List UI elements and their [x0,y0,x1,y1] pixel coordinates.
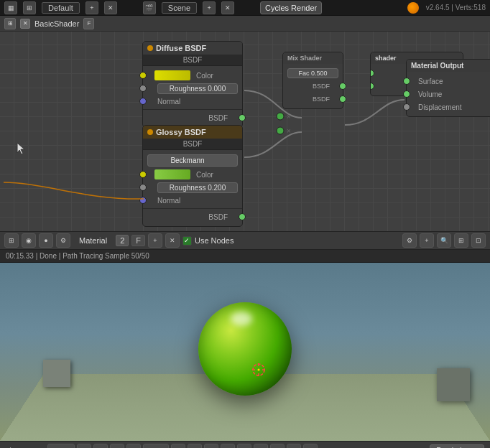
ne-icon-btn[interactable]: ⊞ [4,18,16,29]
glossy-bsdf-output-socket[interactable] [239,213,246,220]
workspace-close-btn[interactable]: ✕ [104,1,117,14]
glossy-normal-socket[interactable] [139,197,147,204]
mix-node-title: Mix Shader [287,55,322,62]
diffuse-normal-label: Normal [157,98,180,106]
ne-f-btn[interactable]: F [83,18,94,29]
diffuse-roughness-socket[interactable] [139,85,147,92]
diffuse-color-swatch[interactable] [154,70,190,80]
glossy-roughness-socket[interactable] [139,184,147,191]
mat-icon-btn-1[interactable]: ⊞ [4,233,19,248]
glossy-color-swatch[interactable] [154,169,190,179]
use-nodes-toggle[interactable]: ✓ Use Nodes [182,236,234,246]
node-editor-background [0,16,490,231]
material-f-btn[interactable]: F [131,235,145,246]
diffuse-color-socket[interactable] [139,72,147,79]
output-volume-label: Volume [418,90,442,98]
node-editor: ⊞ ✕ BasicShader F × × Diffuse BSDF BSDF [0,16,490,231]
ne-close-btn[interactable]: ✕ [20,19,30,29]
material-toolbar: ⊞ ◉ ● ⚙ Material 2 F + ✕ ✓ Use Nodes ⚙ +… [0,231,490,250]
bottom-icon6[interactable]: ⊡ [204,444,218,449]
mat-sphere-btn[interactable]: ● [39,233,53,248]
diffuse-bsdf-node: Diffuse BSDF BSDF Color Roughness 0.000 … [142,41,243,128]
diffuse-normal-socket[interactable] [139,98,147,105]
grid-icon[interactable]: ▦ [4,1,17,14]
scene-close-btn[interactable]: ✕ [221,1,234,14]
mix-bsdf1-output[interactable] [339,83,346,90]
diffuse-roughness-field[interactable]: Roughness 0.000 [157,83,238,94]
mat-camera-btn[interactable]: ◉ [22,233,36,248]
mix-shader-node: Mix Shader Fac 0.500 BSDF BSDF [282,52,343,109]
mix-fac-row: Fac 0.500 [283,67,343,80]
glossy-roughness-row: Roughness 0.200 [143,181,242,194]
glossy-color-socket[interactable] [139,171,147,178]
material-add-btn[interactable]: + [148,233,162,248]
status-text: 00:15.33 | Done | Path Tracing Sample 50… [6,252,149,260]
glossy-bsdf-type: BSDF [143,139,242,150]
scene-label[interactable]: Scene [162,2,197,14]
glossy-normal-label: Normal [157,197,180,205]
mix-bsdf2-label: BSDF [313,95,330,103]
scene-icon[interactable]: 🎬 [143,1,156,14]
bottom-grid-btn[interactable]: ▦ [171,444,185,449]
bottom-icon3[interactable]: ⊡ [110,444,124,449]
shader-partial-socket2[interactable] [370,83,374,90]
glossy-distribution-row: Beckmann [143,153,242,168]
sphere-highlight [231,312,252,326]
bottom-icon12[interactable]: ⊞ [303,444,318,449]
mix-bsdf2-output[interactable] [339,95,346,103]
status-bar: 00:15.33 | Done | Path Tracing Sample 50… [0,250,490,263]
bottom-icon5[interactable]: ⊞ [188,444,202,449]
use-nodes-checkbox[interactable]: ✓ [182,236,192,246]
glossy-bsdf-node: Glossy BSDF BSDF Beckmann Color Roughnes… [142,125,243,227]
material-name-label: Material [73,236,113,245]
scene-add-btn[interactable]: + [203,1,216,14]
bottom-icon8[interactable]: ⚙ [237,444,251,449]
diffuse-color-label: Color [196,72,213,80]
diffuse-bsdf-type: BSDF [143,55,242,66]
mix-fac-field[interactable]: Fac 0.500 [287,68,338,78]
output-surface-socket[interactable] [403,78,410,85]
diffuse-node-dot [147,45,153,51]
output-volume-socket[interactable] [403,90,410,98]
material-close-btn[interactable]: ✕ [165,233,180,248]
mat-toolbar-icon4[interactable]: ⊞ [454,233,468,248]
mat-settings-btn[interactable]: ⚙ [56,233,70,248]
bottom-icon10[interactable]: ⊡ [270,444,285,449]
bottom-icon1[interactable]: ◉ [77,444,91,449]
bottom-icon2[interactable]: ⊞ [93,444,108,449]
renderer-dropdown[interactable]: Cycles Render [260,1,322,14]
glossy-bsdf-output-label: BSDF [208,213,228,221]
diffuse-normal-row: Normal [143,95,242,108]
mat-toolbar-icon1[interactable]: ⚙ [402,233,417,248]
workspace-add-btn[interactable]: + [85,1,98,14]
output-displacement-socket[interactable] [403,103,410,111]
global-dropdown[interactable]: Global [143,444,169,449]
mix-bsdf2-row: BSDF [283,93,343,106]
use-nodes-label: Use Nodes [195,236,234,245]
glossy-roughness-field[interactable]: Roughness 0.200 [157,182,238,193]
mix-node-body: Fac 0.500 BSDF BSDF [283,64,343,108]
diffuse-node-body: Color Roughness 0.000 Normal BSDF [143,66,242,127]
workspace-label[interactable]: Default [42,2,80,14]
bottom-icon9[interactable]: ⊞ [254,444,268,449]
render-layer-btn[interactable]: RenderLayer [430,444,484,448]
material-num[interactable]: 2 [116,235,129,246]
material-output-node: Material Output Surface Volume Displacem… [406,59,490,117]
output-surface-row: Surface [407,75,490,88]
mat-toolbar-icon2[interactable]: + [420,233,434,248]
layout-icon[interactable]: ⊞ [23,1,36,14]
diffuse-roughness-row: Roughness 0.000 [143,82,242,95]
mode-dropdown[interactable]: t Mode [47,444,75,449]
bottom-icon7[interactable]: ◈ [221,444,235,449]
glossy-node-dot [147,129,153,135]
shader-partial-socket1[interactable] [370,70,374,77]
bottom-icon4[interactable]: ⚙ [126,444,141,449]
mat-toolbar-icon5[interactable]: ⊡ [471,233,486,248]
diffuse-node-header: Diffuse BSDF [143,42,242,55]
bottom-icon11[interactable]: || [287,444,301,449]
mix-bsdf1-label: BSDF [313,83,330,90]
glossy-distribution-dropdown[interactable]: Beckmann [147,154,238,167]
mat-toolbar-icon3[interactable]: 🔍 [437,233,451,248]
diffuse-bsdf-output-row: BSDF [143,111,242,124]
diffuse-bsdf-output-socket[interactable] [239,114,246,121]
